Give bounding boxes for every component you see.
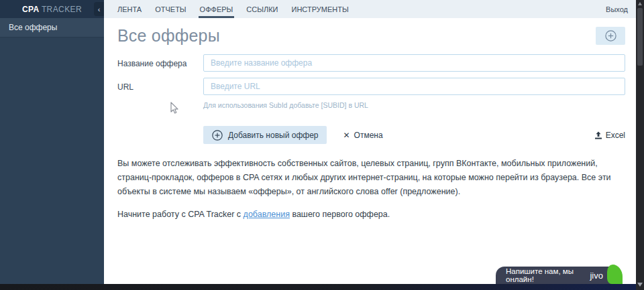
- brand-light: TRACKER: [42, 5, 82, 14]
- tab-offery[interactable]: ОФФЕРЫ: [193, 0, 240, 18]
- scroll-down-icon[interactable]: [637, 283, 643, 287]
- offer-url-label: URL: [117, 78, 203, 95]
- chat-message: Напишите нам, мы онлайн!: [506, 267, 590, 283]
- top-nav: ЛЕНТА ОТЧЕТЫ ОФФЕРЫ ССЫЛКИ ИНСТРУМЕНТЫ В…: [104, 0, 636, 18]
- chat-widget[interactable]: Напишите нам, мы онлайн! jivo: [496, 267, 622, 284]
- brand-bold: CPA: [22, 5, 39, 14]
- form-actions: Добавить новый оффер ✕ Отмена Excel: [117, 126, 625, 144]
- add-offer-button[interactable]: [596, 27, 625, 45]
- bottom-edge: [0, 284, 636, 290]
- vertical-scrollbar[interactable]: [636, 0, 644, 290]
- excel-export-link[interactable]: Excel: [594, 131, 625, 140]
- subid-hint: Для использования SubId добавьте [SUBID]…: [203, 101, 625, 109]
- plus-circle-icon: [605, 30, 616, 42]
- app-window: CPA TRACKER ‹ Все офферы ЛЕНТА ОТЧЕТЫ ОФ…: [0, 0, 644, 290]
- offer-name-input[interactable]: [203, 54, 625, 72]
- form-row-url: URL: [117, 78, 625, 95]
- sidebar-header: CPA TRACKER ‹: [0, 0, 104, 18]
- start-paragraph: Начните работу с CPA Tracker с добавлени…: [117, 208, 625, 222]
- add-first-offer-link[interactable]: добавления: [244, 210, 290, 219]
- intro-paragraph: Вы можете отслеживать эффективность собс…: [117, 157, 625, 199]
- plus-circle-icon: [212, 130, 223, 141]
- cancel-button[interactable]: ✕ Отмена: [343, 131, 382, 140]
- sidebar-collapse-button[interactable]: ‹: [94, 2, 104, 16]
- start-prefix: Начните работу с CPA Tracker с: [117, 210, 244, 219]
- submit-label: Добавить новый оффер: [228, 131, 318, 140]
- app-logo: CPA TRACKER: [22, 5, 82, 14]
- offer-url-input[interactable]: [203, 78, 625, 95]
- tab-ssylki[interactable]: ССЫЛКИ: [239, 0, 284, 18]
- sidebar-item-all-offers[interactable]: Все офферы: [0, 18, 104, 38]
- offer-name-label: Название оффера: [117, 54, 203, 72]
- jivo-logo: jivo: [590, 271, 603, 281]
- page-title: Все офферы: [117, 26, 220, 46]
- start-suffix: вашего первого оффера.: [290, 210, 390, 219]
- form-row-name: Название оффера: [117, 54, 625, 72]
- new-offer-form: Название оффера URL Для использования Su…: [117, 54, 625, 144]
- cancel-label: Отмена: [354, 131, 383, 140]
- upload-icon: [594, 131, 602, 139]
- logout-link[interactable]: Выход: [606, 0, 628, 18]
- tab-instrumenty[interactable]: ИНСТРУМЕНТЫ: [284, 0, 355, 18]
- excel-label: Excel: [606, 131, 625, 140]
- scroll-up-icon[interactable]: [638, 2, 642, 5]
- page-header: Все офферы: [117, 25, 625, 46]
- nav-tabs: ЛЕНТА ОТЧЕТЫ ОФФЕРЫ ССЫЛКИ ИНСТРУМЕНТЫ: [111, 0, 356, 18]
- scrollbar-thumb[interactable]: [637, 8, 643, 66]
- tab-lenta[interactable]: ЛЕНТА: [111, 0, 148, 18]
- main-content: Все офферы Название оффера URL Для испол…: [104, 18, 636, 284]
- sidebar-item-label: Все офферы: [9, 23, 57, 32]
- chevron-left-icon: ‹: [98, 5, 101, 13]
- close-icon: ✕: [343, 131, 350, 140]
- submit-offer-button[interactable]: Добавить новый оффер: [203, 126, 327, 144]
- tab-otchety[interactable]: ОТЧЕТЫ: [148, 0, 193, 18]
- sidebar: CPA TRACKER ‹ Все офферы: [0, 0, 104, 284]
